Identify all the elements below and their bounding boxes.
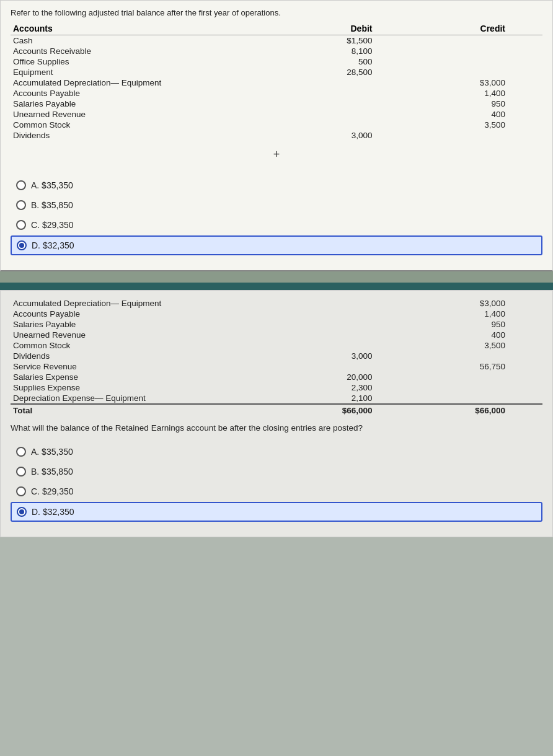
debit-value [276,77,410,88]
section-separator [0,271,553,283]
account-name: Dividends [11,351,276,361]
answer-option[interactable]: D. $32,350 [11,502,542,522]
total-credit: $66,000 [410,404,543,416]
radio-button[interactable] [16,447,26,457]
credit-value [410,372,543,382]
credit-value [410,67,543,77]
debit-value [276,330,410,340]
radio-button[interactable] [17,507,27,517]
debit-value: $1,500 [276,35,410,46]
table-row: Unearned Revenue 400 [11,109,542,120]
total-row: Total $66,000 $66,000 [11,404,542,416]
radio-button[interactable] [17,240,27,250]
account-name: Salaries Payable [11,319,276,330]
option-label: D. $32,350 [32,507,74,517]
debit-value [276,361,410,372]
credit-value: 950 [410,99,543,109]
credit-value [410,56,543,67]
debit-value [276,88,410,99]
top-panel: Refer to the following adjusted trial ba… [0,0,553,271]
debit-value [276,109,410,120]
credit-value: 1,400 [410,309,543,319]
account-name: Dividends [11,130,276,141]
account-name: Accounts Payable [11,309,276,319]
account-name: Common Stock [11,340,276,351]
credit-value [410,382,543,393]
question-text: What will the balance of the Retained Ea… [11,423,542,433]
option-label: A. $35,350 [31,180,73,190]
account-name: Office Supplies [11,56,276,67]
debit-value: 2,100 [276,393,410,404]
table-row: Cash $1,500 [11,35,542,46]
option-label: C. $29,350 [31,486,74,496]
total-debit: $66,000 [276,404,410,416]
debit-value [276,340,410,351]
answer-options-top: A. $35,350 B. $35,850 C. $29,350 D. $32,… [11,172,542,260]
credit-value [410,351,543,361]
account-name: Unearned Revenue [11,109,276,120]
option-label: A. $35,350 [31,447,73,457]
answer-option[interactable]: A. $35,350 [11,176,542,195]
account-name: Accounts Payable [11,88,276,99]
table-row: Unearned Revenue 400 [11,330,542,340]
account-name: Accumulated Depreciation— Equipment [11,298,276,309]
trial-balance-table-top: Accounts Debit Credit Cash $1,500 Accoun… [11,22,542,141]
radio-button[interactable] [16,220,26,230]
answer-options-bottom: A. $35,350 B. $35,850 C. $29,350 D. $32,… [11,439,542,527]
account-name: Salaries Payable [11,99,276,109]
credit-value [410,35,543,46]
table-row: Accounts Payable 1,400 [11,309,542,319]
table-row: Dividends 3,000 [11,130,542,141]
account-name: Cash [11,35,276,46]
option-label: B. $35,850 [31,200,73,210]
debit-value [276,99,410,109]
table-row: Accumulated Depreciation— Equipment $3,0… [11,77,542,88]
credit-value: 950 [410,319,543,330]
answer-option[interactable]: C. $29,350 [11,482,542,501]
debit-value: 8,100 [276,46,410,56]
credit-value: 400 [410,330,543,340]
table-row: Service Revenue 56,750 [11,361,542,372]
account-name: Salaries Expense [11,372,276,382]
answer-option[interactable]: B. $35,850 [11,462,542,481]
intro-text: Refer to the following adjusted trial ba… [11,8,542,17]
debit-value: 500 [276,56,410,67]
bottom-panel: Accumulated Depreciation— Equipment $3,0… [0,290,553,537]
radio-button[interactable] [16,180,26,190]
debit-value [276,298,410,309]
col-header-debit: Debit [276,22,410,35]
option-label: B. $35,850 [31,467,73,477]
cursor-indicator: + [11,143,542,166]
col-header-accounts: Accounts [11,22,276,35]
credit-value [410,46,543,56]
table-row: Accounts Receivable 8,100 [11,46,542,56]
table-row: Depreciation Expense— Equipment 2,100 [11,393,542,404]
total-label: Total [11,404,276,416]
account-name: Supplies Expense [11,382,276,393]
answer-option[interactable]: A. $35,350 [11,442,542,461]
table-row: Supplies Expense 2,300 [11,382,542,393]
table-row: Common Stock 3,500 [11,120,542,130]
debit-value: 3,000 [276,351,410,361]
table-row: Accumulated Depreciation— Equipment $3,0… [11,298,542,309]
account-name: Common Stock [11,120,276,130]
credit-value: $3,000 [410,77,543,88]
account-name: Depreciation Expense— Equipment [11,393,276,404]
table-row: Equipment 28,500 [11,67,542,77]
table-row: Salaries Payable 950 [11,99,542,109]
credit-value [410,393,543,404]
answer-option[interactable]: C. $29,350 [11,216,542,234]
answer-option[interactable]: B. $35,850 [11,196,542,214]
account-name: Service Revenue [11,361,276,372]
credit-value: 56,750 [410,361,543,372]
credit-value: 3,500 [410,340,543,351]
credit-value [410,130,543,141]
radio-button[interactable] [16,467,26,477]
answer-option[interactable]: D. $32,350 [11,235,542,255]
table-row: Common Stock 3,500 [11,340,542,351]
debit-value [276,319,410,330]
radio-button[interactable] [16,486,26,496]
radio-button[interactable] [16,200,26,210]
credit-value: 1,400 [410,88,543,99]
credit-value: $3,000 [410,298,543,309]
